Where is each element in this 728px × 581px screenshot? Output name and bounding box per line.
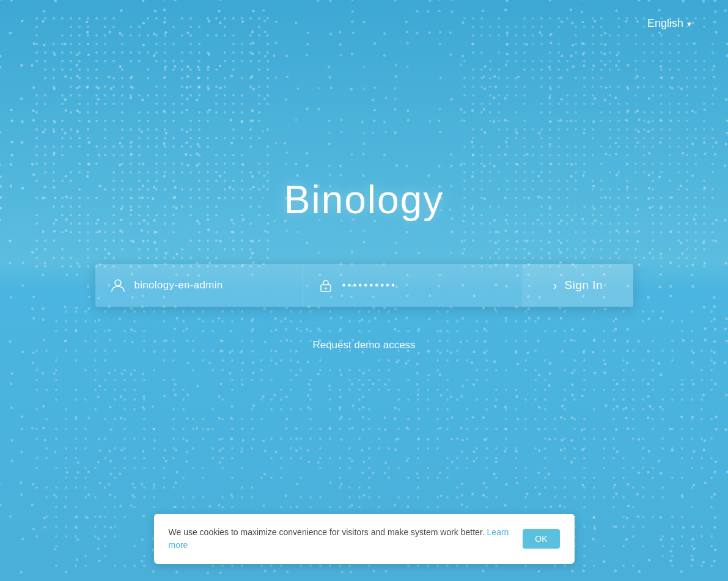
request-demo-link[interactable]: Request demo access (312, 339, 415, 351)
cookie-message: We use cookies to maximize convenience f… (169, 526, 511, 552)
username-input[interactable] (134, 279, 288, 291)
password-field[interactable] (303, 264, 523, 307)
cookie-banner: We use cookies to maximize convenience f… (154, 514, 575, 564)
signin-button[interactable]: › Sign In (523, 264, 633, 307)
password-input[interactable] (342, 279, 508, 291)
lock-icon (318, 277, 334, 293)
svg-point-2 (325, 288, 326, 290)
language-label: English (647, 17, 683, 30)
username-field[interactable] (95, 264, 303, 307)
language-selector[interactable]: English ▾ (647, 17, 691, 30)
login-form: › Sign In (95, 264, 633, 307)
signin-label: Sign In (565, 279, 603, 292)
app-title: Binology (284, 177, 444, 222)
svg-point-0 (115, 280, 121, 286)
ok-button[interactable]: OK (523, 529, 559, 549)
chevron-down-icon: ▾ (687, 19, 691, 29)
arrow-right-icon: › (553, 279, 557, 293)
user-icon (110, 277, 126, 293)
